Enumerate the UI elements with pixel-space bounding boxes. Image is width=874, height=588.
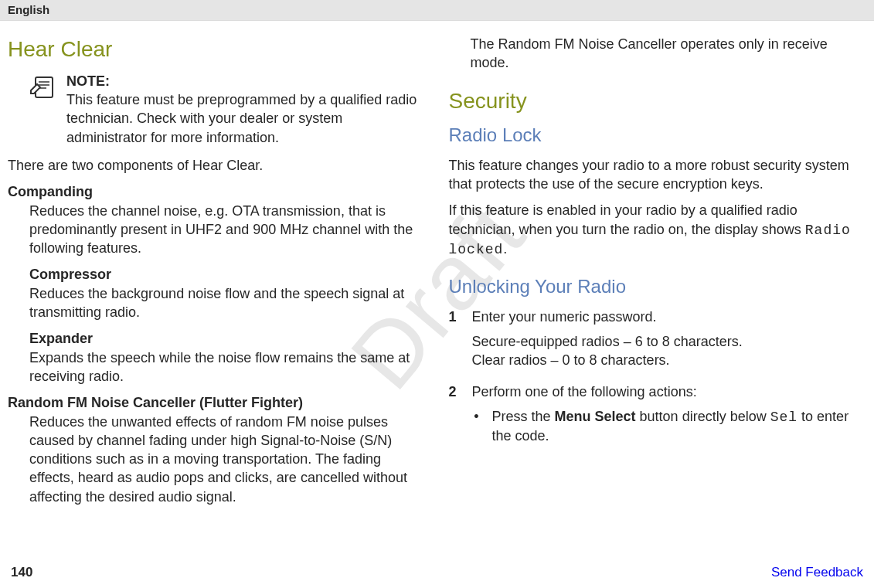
note-block: NOTE: This feature must be preprogrammed… xyxy=(29,72,426,147)
bullet-text: Press the Menu Select button directly be… xyxy=(492,407,867,446)
footer: 140 Send Feedback xyxy=(0,565,874,580)
header-language: English xyxy=(8,3,49,16)
step-1: 1 Enter your numeric password. Secure-eq… xyxy=(449,308,867,370)
radio-lock-p2a: If this feature is enabled in your radio… xyxy=(449,202,805,236)
flutter-desc: Reduces the unwanted effects of random F… xyxy=(29,413,426,506)
header-bar: English xyxy=(0,0,874,21)
step-1-text: Enter your numeric password. xyxy=(472,308,867,326)
companding-term: Companding xyxy=(8,182,426,201)
radio-lock-p1: This feature changes your radio to a mor… xyxy=(449,156,867,194)
flutter-cont: The Random FM Noise Canceller operates o… xyxy=(471,35,867,73)
expander-term: Expander xyxy=(29,329,426,348)
hear-clear-heading: Hear Clear xyxy=(8,35,426,64)
security-heading: Security xyxy=(449,87,867,116)
step-2-num: 2 xyxy=(449,382,461,446)
note-icon xyxy=(29,75,57,101)
expander-desc: Expands the speech while the noise flow … xyxy=(29,348,426,386)
bullet-b: button directly below xyxy=(636,409,770,424)
sel-code: Sel xyxy=(770,410,797,425)
compressor-desc: Reduces the background noise flow and th… xyxy=(29,284,426,322)
bullet-dot: • xyxy=(472,407,481,446)
step-2-bullet: • Press the Menu Select button directly … xyxy=(472,407,867,446)
send-feedback-link[interactable]: Send Feedback xyxy=(771,565,863,580)
radio-lock-p2b: . xyxy=(503,241,507,257)
intro-para: There are two components of Hear Clear. xyxy=(8,156,426,175)
note-text: This feature must be preprogrammed by a … xyxy=(66,90,426,147)
note-content: NOTE: This feature must be preprogrammed… xyxy=(66,72,426,147)
flutter-term: Random FM Noise Canceller (Flutter Fight… xyxy=(8,393,426,412)
step-2-body: Perform one of the following actions: • … xyxy=(472,382,867,446)
radio-lock-p2: If this feature is enabled in your radio… xyxy=(449,201,867,259)
note-label: NOTE: xyxy=(66,72,426,90)
step-1-num: 1 xyxy=(449,308,461,370)
radio-lock-heading: Radio Lock xyxy=(449,123,867,148)
step-2-text: Perform one of the following actions: xyxy=(472,382,867,401)
page-number: 140 xyxy=(11,565,32,580)
right-column: The Random FM Noise Canceller operates o… xyxy=(449,35,867,514)
companding-desc: Reduces the channel noise, e.g. OTA tran… xyxy=(29,202,426,258)
bullet-a: Press the xyxy=(492,409,555,424)
left-column: Hear Clear NOTE: This feature must be pr… xyxy=(8,35,426,514)
menu-select-bold: Menu Select xyxy=(555,409,636,424)
compressor-term: Compressor xyxy=(29,265,426,284)
unlock-heading: Unlocking Your Radio xyxy=(449,274,867,299)
content-area: Hear Clear NOTE: This feature must be pr… xyxy=(0,21,874,514)
step-2: 2 Perform one of the following actions: … xyxy=(449,382,867,446)
step-1-sub1: Secure-equipped radios – 6 to 8 characte… xyxy=(472,332,867,351)
step-1-body: Enter your numeric password. Secure-equi… xyxy=(472,308,867,370)
step-1-sub2: Clear radios – 0 to 8 characters. xyxy=(472,351,867,369)
